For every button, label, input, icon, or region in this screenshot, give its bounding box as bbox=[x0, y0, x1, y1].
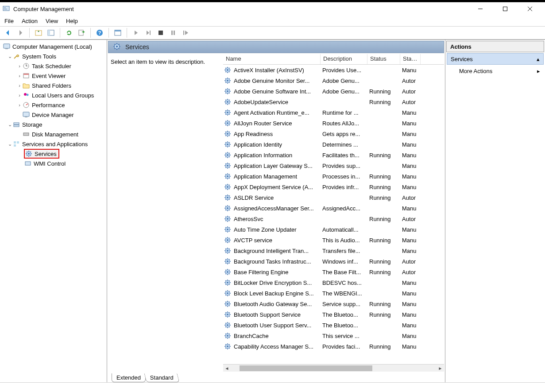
service-row[interactable]: Capability Access Manager S...Provides f… bbox=[223, 341, 444, 352]
tab-extended[interactable]: Extended bbox=[112, 373, 146, 382]
menu-help[interactable]: Help bbox=[66, 18, 78, 24]
collapse-icon[interactable]: ⌄ bbox=[7, 122, 12, 128]
service-row[interactable]: BitLocker Drive Encryption S...BDESVC ho… bbox=[223, 277, 444, 288]
svg-text:?: ? bbox=[98, 30, 101, 35]
view-tabs: Extended Standard bbox=[107, 372, 445, 382]
tree-services[interactable]: Services bbox=[0, 149, 107, 159]
service-row[interactable]: Bluetooth Support ServiceThe Bluetoo...R… bbox=[223, 309, 444, 320]
users-icon bbox=[22, 92, 30, 99]
expand-icon[interactable]: › bbox=[17, 73, 22, 78]
folder-icon bbox=[22, 82, 30, 89]
service-row[interactable]: Application ManagementProcesses in...Run… bbox=[223, 171, 444, 182]
play-button[interactable] bbox=[131, 27, 141, 38]
service-row[interactable]: Background Tasks Infrastruc...Windows in… bbox=[223, 256, 444, 267]
tree-storage[interactable]: ⌄ Storage bbox=[0, 120, 107, 129]
service-row[interactable]: Agent Activation Runtime_e...Runtime for… bbox=[223, 107, 444, 118]
service-row[interactable]: Adobe Genuine Software Int...Adobe Genu.… bbox=[223, 86, 444, 97]
gear-icon bbox=[223, 311, 232, 318]
service-row[interactable]: AssignedAccessManager Ser...AssignedAcc.… bbox=[223, 203, 444, 213]
service-row[interactable]: AppX Deployment Service (A...Provides in… bbox=[223, 182, 444, 192]
services-list[interactable]: ActiveX Installer (AxInstSV)Provides Use… bbox=[223, 65, 444, 364]
service-row[interactable]: Auto Time Zone UpdaterAutomaticall...Man… bbox=[223, 224, 444, 235]
service-row[interactable]: Bluetooth User Support Serv...The Blueto… bbox=[223, 320, 444, 330]
export-button[interactable] bbox=[76, 27, 87, 38]
service-row[interactable]: App ReadinessGets apps re...Manu bbox=[223, 128, 444, 139]
more-actions[interactable]: More Actions ▸ bbox=[447, 65, 544, 77]
restart-button[interactable] bbox=[180, 27, 191, 38]
pause-button[interactable] bbox=[168, 27, 178, 38]
collapse-icon[interactable]: ⌄ bbox=[7, 54, 12, 59]
menu-view[interactable]: View bbox=[46, 18, 58, 24]
service-start: Manu bbox=[400, 141, 421, 148]
tree-disk-management[interactable]: › Disk Management bbox=[0, 129, 107, 139]
tree-pane[interactable]: Computer Management (Local) ⌄ System Too… bbox=[0, 40, 107, 382]
service-row[interactable]: AtherosSvcRunningAutor bbox=[223, 213, 444, 224]
minimize-button[interactable] bbox=[472, 3, 488, 15]
gear-icon bbox=[223, 130, 232, 137]
expand-icon[interactable]: › bbox=[17, 83, 22, 88]
col-status[interactable]: Status bbox=[367, 54, 400, 64]
maximize-button[interactable] bbox=[497, 3, 513, 15]
storage-icon bbox=[12, 121, 20, 128]
service-row[interactable]: ASLDR ServiceRunningAutor bbox=[223, 192, 444, 203]
col-startup[interactable]: Startu bbox=[400, 54, 421, 64]
service-row[interactable]: AllJoyn Router ServiceRoutes AllJo...Man… bbox=[223, 118, 444, 128]
close-button[interactable] bbox=[522, 3, 538, 15]
tree-shared-folders[interactable]: › Shared Folders bbox=[0, 81, 107, 90]
service-row[interactable]: BranchCacheThis service ...Manu bbox=[223, 330, 444, 341]
tree-wmi[interactable]: WMI Control bbox=[0, 159, 107, 168]
tree-root[interactable]: Computer Management (Local) bbox=[0, 42, 107, 51]
service-row[interactable]: Application InformationFacilitates th...… bbox=[223, 150, 444, 160]
service-status: Running bbox=[367, 152, 400, 159]
refresh-button[interactable] bbox=[64, 27, 74, 38]
select-columns-button[interactable] bbox=[112, 27, 123, 38]
play-all-button[interactable] bbox=[143, 27, 154, 38]
tree-device-manager[interactable]: › Device Manager bbox=[0, 110, 107, 120]
service-name: Bluetooth Support Service bbox=[232, 311, 321, 318]
tree-performance[interactable]: › Performance bbox=[0, 100, 107, 110]
service-row[interactable]: Bluetooth Audio Gateway Se...Service sup… bbox=[223, 299, 444, 309]
actions-section-services[interactable]: Services ▴ bbox=[447, 53, 544, 65]
service-name: Agent Activation Runtime_e... bbox=[232, 109, 321, 116]
tab-standard[interactable]: Standard bbox=[144, 373, 179, 382]
service-row[interactable]: Application IdentityDetermines ...Manu bbox=[223, 139, 444, 150]
svg-rect-30 bbox=[174, 31, 175, 35]
service-desc: Windows inf... bbox=[321, 258, 367, 265]
service-row[interactable]: AVCTP serviceThis is Audio...RunningManu bbox=[223, 235, 444, 245]
tree-system-tools[interactable]: ⌄ System Tools bbox=[0, 51, 107, 61]
gear-icon bbox=[223, 151, 232, 159]
service-row[interactable]: Application Layer Gateway S...Provides s… bbox=[223, 160, 444, 171]
service-row[interactable]: ActiveX Installer (AxInstSV)Provides Use… bbox=[223, 65, 444, 75]
menu-file[interactable]: File bbox=[4, 18, 14, 24]
tree-event-viewer[interactable]: › Event Viewer bbox=[0, 71, 107, 81]
horizontal-scrollbar[interactable]: ◄ ► bbox=[223, 364, 444, 372]
stop-button[interactable] bbox=[155, 27, 166, 38]
menu-action[interactable]: Action bbox=[22, 18, 38, 24]
up-button[interactable] bbox=[33, 27, 44, 38]
service-row[interactable]: Adobe Genuine Monitor Ser...Adobe Genu..… bbox=[223, 75, 444, 86]
show-hide-tree-button[interactable] bbox=[46, 27, 56, 38]
expand-icon[interactable]: › bbox=[17, 63, 22, 69]
col-name[interactable]: Name bbox=[223, 54, 321, 64]
service-start: Manu bbox=[400, 226, 421, 233]
tree-services-apps[interactable]: ⌄ Services and Applications bbox=[0, 139, 107, 149]
service-row[interactable]: Base Filtering EngineThe Base Filt...Run… bbox=[223, 267, 444, 277]
service-name: Block Level Backup Engine S... bbox=[232, 290, 321, 297]
tree-task-scheduler[interactable]: › Task Scheduler bbox=[0, 61, 107, 71]
scroll-thumb[interactable] bbox=[240, 365, 372, 371]
service-row[interactable]: AdobeUpdateServiceRunningAutor bbox=[223, 97, 444, 107]
forward-button[interactable] bbox=[15, 27, 26, 38]
scroll-right-icon[interactable]: ► bbox=[437, 365, 444, 372]
service-name: AssignedAccessManager Ser... bbox=[232, 205, 321, 212]
collapse-icon[interactable]: ⌄ bbox=[7, 141, 12, 147]
expand-icon[interactable]: › bbox=[17, 102, 22, 108]
service-row[interactable]: Background Intelligent Tran...Transfers … bbox=[223, 245, 444, 256]
expand-icon[interactable]: › bbox=[17, 93, 22, 98]
service-desc: The Bluetoo... bbox=[321, 311, 367, 318]
tree-local-users[interactable]: › Local Users and Groups bbox=[0, 90, 107, 100]
col-description[interactable]: Description bbox=[321, 54, 367, 64]
service-row[interactable]: Block Level Backup Engine S...The WBENGI… bbox=[223, 288, 444, 299]
back-button[interactable] bbox=[3, 27, 13, 38]
help-button[interactable]: ? bbox=[94, 27, 105, 38]
scroll-left-icon[interactable]: ◄ bbox=[223, 365, 231, 372]
